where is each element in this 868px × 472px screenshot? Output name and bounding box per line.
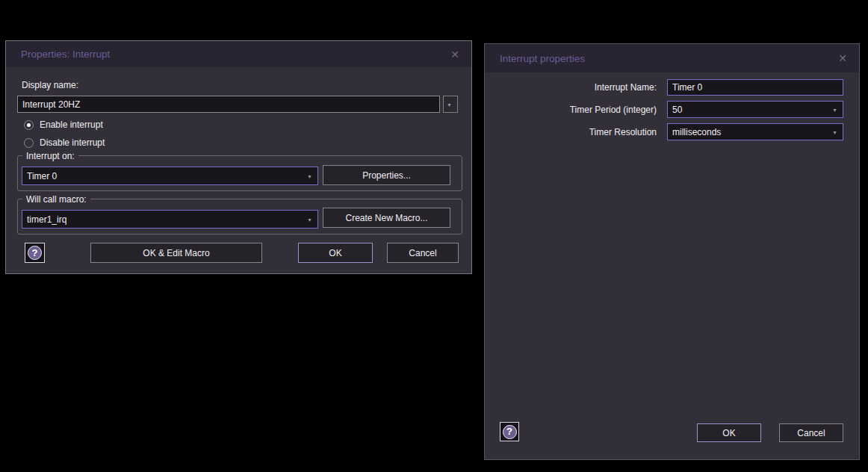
chevron-down-icon: ▼: [832, 129, 837, 134]
radio-enable-interrupt[interactable]: Enable interrupt: [24, 119, 103, 130]
radio-circle-icon: [24, 138, 34, 148]
interrupt-properties-dialog: Interrupt properties ✕ Interrupt Name: T…: [484, 43, 860, 460]
ok-button[interactable]: OK: [697, 423, 761, 442]
combo-value: timer1_irq: [27, 214, 66, 225]
timer-period-label: Timer Period (integer): [485, 105, 657, 115]
display-name-input[interactable]: Interrupt 20HZ: [17, 96, 440, 113]
chevron-down-icon: ▼: [307, 217, 312, 222]
create-new-macro-button[interactable]: Create New Macro...: [323, 208, 450, 228]
dialog-titlebar: Properties: Interrupt ✕: [6, 41, 471, 67]
dialog-title: Properties: Interrupt: [21, 49, 110, 60]
display-name-label: Display name:: [22, 80, 78, 90]
combo-value: Timer 0: [27, 171, 57, 181]
radio-circle-icon: [24, 120, 34, 130]
ok-button[interactable]: OK: [298, 243, 373, 263]
radio-label: Enable interrupt: [40, 119, 103, 130]
chevron-down-icon: ▼: [307, 173, 312, 178]
dialog-title: Interrupt properties: [500, 53, 585, 64]
will-call-macro-group-label: Will call macro:: [22, 194, 90, 205]
help-icon: ?: [503, 425, 517, 439]
will-call-macro-combo[interactable]: timer1_irq ▼: [22, 210, 318, 229]
display-name-dropdown-button[interactable]: ▼: [443, 96, 458, 113]
combo-value: milliseconds: [672, 127, 721, 137]
radio-disable-interrupt[interactable]: Disable interrupt: [24, 137, 105, 148]
properties-button[interactable]: Properties...: [323, 165, 450, 185]
cancel-button[interactable]: Cancel: [387, 243, 459, 263]
close-icon[interactable]: ✕: [838, 53, 847, 63]
ok-edit-macro-button[interactable]: OK & Edit Macro: [90, 243, 262, 263]
interrupt-on-group-label: Interrupt on:: [22, 151, 78, 161]
chevron-down-icon: ▼: [447, 102, 452, 107]
close-icon[interactable]: ✕: [450, 49, 459, 60]
dialog-titlebar: Interrupt properties ✕: [485, 44, 859, 72]
help-icon: ?: [28, 246, 42, 260]
help-button[interactable]: ?: [25, 243, 45, 263]
help-button[interactable]: ?: [500, 422, 519, 441]
cancel-button[interactable]: Cancel: [779, 423, 843, 442]
interrupt-on-combo[interactable]: Timer 0 ▼: [22, 167, 318, 185]
timer-period-combo[interactable]: 50 ▼: [667, 101, 843, 118]
interrupt-name-input[interactable]: Timer 0: [667, 79, 843, 96]
combo-value: 50: [672, 105, 682, 115]
properties-interrupt-dialog: Properties: Interrupt ✕ Display name: In…: [5, 40, 472, 274]
timer-resolution-label: Timer Resolution: [485, 127, 657, 137]
radio-label: Disable interrupt: [40, 137, 105, 148]
interrupt-name-label: Interrupt Name:: [485, 82, 657, 93]
chevron-down-icon: ▼: [832, 107, 837, 112]
timer-resolution-combo[interactable]: milliseconds ▼: [667, 123, 843, 140]
